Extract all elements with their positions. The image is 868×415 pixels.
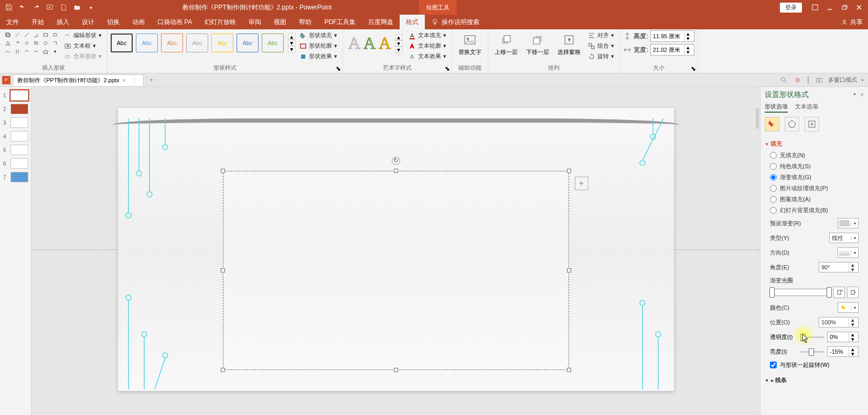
gallery-more-icon[interactable]: ▾ [288,46,295,52]
tab-view[interactable]: 视图 [267,15,293,29]
send-backward-button[interactable]: 下移一层 [523,30,552,58]
handle-bl[interactable] [221,368,225,372]
shape-styles-launcher-icon[interactable]: ⬊ [335,65,341,72]
fill-none-radio[interactable]: 无填充(N) [766,150,863,161]
tab-insert[interactable]: 插入 [50,15,76,29]
selection-pane-button[interactable]: 选择窗格 [554,30,584,58]
remove-stop-button[interactable] [847,287,859,298]
group-button[interactable]: 组合 ▾ [586,41,616,51]
preset-gradient-combo[interactable]: ▾ [838,218,859,228]
merge-shapes-button[interactable]: 合并形状 ▾ [62,51,104,61]
alt-text-button[interactable]: 替换文字 [455,30,485,58]
align-button[interactable]: 对齐 ▾ [586,30,616,40]
brightness-slider[interactable] [800,351,824,353]
handle-br[interactable] [567,368,571,372]
fill-pattern-radio[interactable]: 图案填充(A) [766,194,863,205]
thumb-5[interactable]: 5 [1,145,30,155]
tab-pocket-anim[interactable]: 口袋动画 PA [151,15,198,29]
section-fill-header[interactable]: 填充 [766,140,863,148]
shape-outline-button[interactable]: 形状轮廓 ▾ [297,41,339,51]
login-button[interactable]: 登录 [780,3,802,13]
thumb-4[interactable]: 4 [1,131,30,141]
fill-gradient-radio[interactable]: 渐变填充(G) [766,172,863,183]
direction-combo[interactable]: ▾ [838,247,859,258]
selected-shape[interactable]: + [223,171,569,370]
new-icon[interactable] [59,3,68,12]
handle-tr[interactable] [567,169,571,173]
size-props-icon[interactable] [805,117,819,132]
shape-style-gallery[interactable]: Abc Abc Abc Abc Abc Abc Abc ▴ ▾ ▾ [111,30,295,56]
restore-icon[interactable] [838,1,851,14]
tab-menu-icon[interactable]: ⋮ [129,77,139,84]
handle-tm[interactable] [394,169,398,173]
gradient-stops-slider[interactable] [770,289,831,296]
handle-bm[interactable] [394,368,398,372]
start-from-beginning-icon[interactable] [45,3,55,12]
slide-canvas-area[interactable]: + [31,87,760,415]
handle-mr[interactable] [567,268,571,272]
rotate-with-shape-check[interactable]: 与形状一起旋转(W) [766,359,863,371]
thumb-6[interactable]: 6 [1,158,30,169]
wordart-gallery[interactable]: A A A ▴ ▾ ▾ [346,30,404,56]
color-combo[interactable]: ▾ [838,302,859,313]
context-tab-drawing-tools[interactable]: 绘图工具 [419,0,457,15]
tab-slideshow[interactable]: 幻灯片放映 [198,15,242,29]
fill-line-icon[interactable] [765,117,779,132]
tell-me-search[interactable]: 操作说明搜索 [431,18,479,27]
bring-forward-button[interactable]: 上移一层 [491,30,521,58]
ribbon-display-icon[interactable] [808,1,822,14]
wa-gallery-more-icon[interactable]: ▾ [395,47,402,53]
save-icon[interactable] [4,3,14,12]
tab-home[interactable]: 开始 [25,15,50,29]
tab-close-icon[interactable]: × [122,77,125,83]
add-stop-button[interactable]: + [833,287,845,298]
height-input[interactable]: 11.95 厘米▴▾ [650,30,694,42]
tab-baidu[interactable]: 百度网盘 [362,15,400,29]
shape-gallery[interactable]: ▾ [3,30,60,56]
text-fill-button[interactable]: A文本填充 ▾ [406,30,448,40]
tab-help[interactable]: 帮助 [293,15,318,29]
handle-tl[interactable] [221,169,225,173]
text-effects-button[interactable]: A文本效果 ▾ [406,51,448,61]
fill-slidebg-radio[interactable]: 幻灯片背景填充(B) [766,205,863,216]
tab-transitions[interactable]: 切换 [101,15,126,29]
section-line-header[interactable]: ▾ 线条 [766,376,863,384]
wordart-launcher-icon[interactable]: ⬊ [444,65,451,72]
thumb-1[interactable]: 1 [1,90,30,101]
add-tab-button[interactable]: + [146,75,157,85]
rotate-button[interactable]: 旋转 ▾ [586,51,616,61]
multi-window-label[interactable]: 多窗口模式 [828,76,857,84]
thumb-3[interactable]: 3 [1,117,30,128]
qat-customize-icon[interactable]: ▾ [86,3,95,12]
effects-icon[interactable] [785,117,799,132]
multi-window-icon[interactable] [815,75,824,85]
pane-tab-shape[interactable]: 形状选项 [765,103,788,113]
fill-picture-radio[interactable]: 图片或纹理填充(P) [766,183,863,194]
type-combo[interactable]: 线性▾ [829,233,859,243]
tab-review[interactable]: 审阅 [242,15,267,29]
magnify-icon[interactable] [779,75,789,85]
position-input[interactable]: 100%▴▾ [819,317,859,327]
gradient-stop-1[interactable] [769,287,775,298]
redo-icon[interactable] [31,3,41,12]
brightness-input[interactable]: -15%▴▾ [827,346,859,357]
tab-animations[interactable]: 动画 [126,15,151,29]
width-input[interactable]: 21.02 厘米▴▾ [650,44,694,56]
settings-gear-icon[interactable] [793,75,802,85]
open-icon[interactable] [72,3,82,12]
pane-dropdown-icon[interactable]: ▾ [853,91,856,99]
pane-tab-text[interactable]: 文本选项 [795,103,818,113]
tab-design[interactable]: 设计 [76,15,101,29]
undo-icon[interactable] [18,3,27,12]
document-tab[interactable]: 教你制作《PPT制作倒计时功能》2.pptx × ⋮ [13,74,144,86]
minimize-icon[interactable] [823,1,837,14]
rotate-handle[interactable] [392,157,400,165]
slide[interactable]: + [118,108,674,391]
angle-input[interactable]: 90°▴▾ [819,262,859,272]
thumb-2[interactable]: 2 [1,104,30,114]
share-button[interactable]: 共享 [841,18,863,27]
textbox-button[interactable]: A文本框 ▾ [62,41,104,51]
tab-format[interactable]: 格式 [400,15,425,29]
transparency-input[interactable]: 0%▴▾ [827,332,859,342]
edit-shape-button[interactable]: 编辑形状 ▾ [62,30,104,40]
